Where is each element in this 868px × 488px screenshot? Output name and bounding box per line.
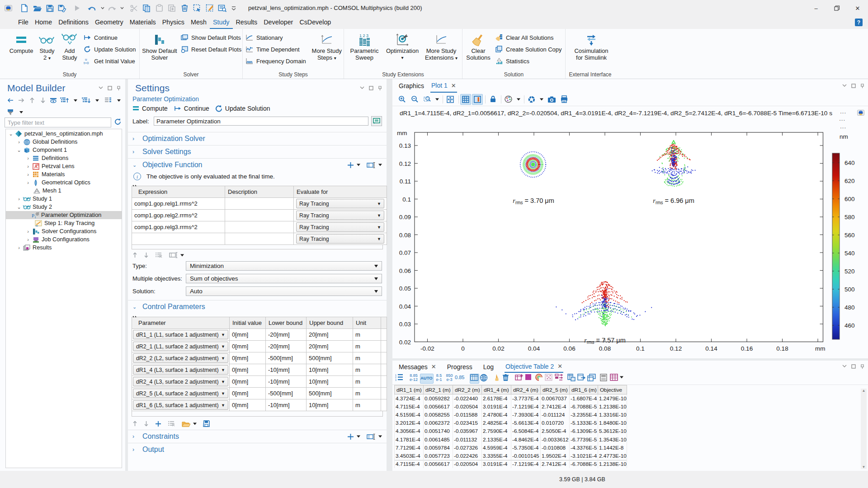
svg-text:620: 620 (844, 178, 855, 184)
svg-text:0.08: 0.08 (399, 232, 411, 239)
svg-text:0.06: 0.06 (563, 345, 575, 352)
svg-text:540: 540 (844, 250, 855, 257)
svg-text:0.11: 0.11 (400, 178, 411, 185)
svg-text:1 2 3: 1 2 3 (359, 33, 368, 38)
svg-text:520: 520 (844, 268, 855, 275)
svg-text:0.12: 0.12 (399, 160, 411, 167)
svg-text:-0.02: -0.02 (420, 345, 434, 352)
svg-text:0.1: 0.1 (402, 196, 411, 203)
svg-text:mm: mm (397, 132, 407, 136)
svg-text:3: 3 (395, 379, 396, 381)
svg-text:0.07: 0.07 (399, 249, 411, 256)
svg-text:0.18: 0.18 (776, 345, 788, 352)
svg-text:0.12: 0.12 (670, 345, 682, 352)
svg-text:i: i (35, 215, 36, 219)
svg-text:t=0: t=0 (84, 61, 89, 65)
svg-text:460: 460 (844, 322, 855, 329)
svg-text:0.02: 0.02 (399, 339, 411, 346)
svg-text:500: 500 (844, 286, 855, 293)
svg-text:560: 560 (844, 232, 855, 239)
svg-text:600: 600 (844, 196, 855, 202)
svg-text:580: 580 (844, 214, 855, 221)
svg-text:0.04: 0.04 (528, 345, 540, 352)
svg-text:0.03: 0.03 (399, 321, 411, 328)
svg-text:0.08: 0.08 (599, 345, 611, 352)
svg-text:0.13: 0.13 (399, 142, 411, 149)
svg-text:0.05: 0.05 (399, 285, 411, 292)
svg-text:480: 480 (844, 304, 855, 311)
svg-text:0.14: 0.14 (705, 345, 717, 352)
svg-text:mm: mm (815, 345, 826, 352)
svg-text:0.09: 0.09 (399, 214, 411, 221)
svg-text:0: 0 (461, 345, 465, 352)
svg-text:P: P (32, 213, 34, 218)
svg-text:0.1: 0.1 (636, 345, 645, 352)
svg-text:0.16: 0.16 (741, 345, 753, 352)
svg-text:0.04: 0.04 (399, 303, 411, 310)
svg-text:0.06: 0.06 (399, 267, 411, 274)
svg-text:640: 640 (844, 160, 855, 166)
svg-text:nm: nm (840, 133, 848, 140)
svg-text:0.02: 0.02 (492, 345, 504, 352)
